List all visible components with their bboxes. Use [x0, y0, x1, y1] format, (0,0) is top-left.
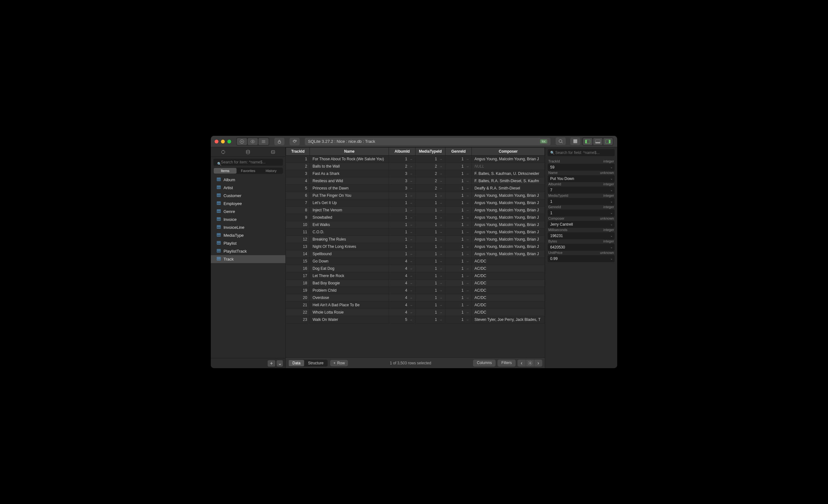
cell-mediatypeid[interactable]: 1 → [415, 236, 445, 243]
search-button[interactable] [555, 137, 566, 145]
cell-trackid[interactable]: 14 [286, 250, 310, 258]
cell-genreid[interactable]: 1 → [445, 185, 472, 192]
sidebar-item-playlist[interactable]: Playlist [211, 239, 285, 247]
cell-composer[interactable]: NULL [472, 163, 545, 170]
cell-albumid[interactable]: 4 → [389, 294, 416, 301]
sidebar-item-customer[interactable]: Customer [211, 192, 285, 200]
cell-composer[interactable]: AC/DC [472, 280, 545, 287]
cell-trackid[interactable]: 12 [286, 236, 310, 243]
cell-trackid[interactable]: 20 [286, 294, 310, 301]
cell-albumid[interactable]: 1 → [389, 236, 416, 243]
cell-mediatypeid[interactable]: 1 → [415, 280, 445, 287]
table-row[interactable]: 12Breaking The Rules1 →1 →1 →Angus Young… [286, 236, 545, 243]
cell-composer[interactable]: Steven Tyler, Joe Perry, Jack Blades, T [472, 316, 545, 324]
column-header-name[interactable]: Name [310, 148, 389, 156]
cell-mediatypeid[interactable]: 1 → [415, 258, 445, 265]
table-row[interactable]: 19Problem Child4 →1 →1 →AC/DC [286, 287, 545, 294]
table-row[interactable]: 13Night Of The Long Knives1 →1 →1 →Angus… [286, 243, 545, 250]
cell-mediatypeid[interactable]: 1 → [415, 221, 445, 228]
sidebar-item-invoice[interactable]: Invoice [211, 215, 285, 223]
cell-genreid[interactable]: 1 → [445, 294, 472, 301]
sidebar-item-genre[interactable]: Genre [211, 208, 285, 215]
cell-mediatypeid[interactable]: 2 → [415, 177, 445, 185]
cell-mediatypeid[interactable]: 1 → [415, 265, 445, 272]
cell-name[interactable]: Hell Ain't A Bad Place To Be [310, 301, 389, 309]
cell-mediatypeid[interactable]: 1 → [415, 192, 445, 199]
cell-mediatypeid[interactable]: 2 → [415, 170, 445, 177]
list-button[interactable] [258, 138, 268, 145]
cell-composer[interactable]: AC/DC [472, 265, 545, 272]
cell-name[interactable]: Bad Boy Boogie [310, 280, 389, 287]
field-value-input[interactable]: 1⌄ [548, 198, 615, 205]
table-row[interactable]: 17Let There Be Rock4 →1 →1 →AC/DC [286, 272, 545, 280]
sidebar-nav-sql[interactable]: SQL [267, 150, 279, 155]
cell-albumid[interactable]: 4 → [389, 272, 416, 280]
column-header-trackid[interactable]: TrackId [286, 148, 310, 156]
table-row[interactable]: 16Dog Eat Dog4 →1 →1 →AC/DC [286, 265, 545, 272]
cell-mediatypeid[interactable]: 1 → [415, 287, 445, 294]
table-row[interactable]: 2Balls to the Wall2 →2 →1 →NULL [286, 163, 545, 170]
cell-trackid[interactable]: 9 [286, 214, 310, 221]
cell-trackid[interactable]: 13 [286, 243, 310, 250]
cell-name[interactable]: Problem Child [310, 287, 389, 294]
table-row[interactable]: 22Whole Lotta Rosie4 →1 →1 →AC/DC [286, 309, 545, 316]
cell-genreid[interactable]: 1 → [445, 170, 472, 177]
table-row[interactable]: 7Let's Get It Up1 →1 →1 →Angus Young, Ma… [286, 199, 545, 207]
cell-trackid[interactable]: 19 [286, 287, 310, 294]
cell-name[interactable]: Dog Eat Dog [310, 265, 389, 272]
table-row[interactable]: 3Fast As a Shark3 →2 →1 →F. Baltes, S. K… [286, 170, 545, 177]
cell-genreid[interactable]: 1 → [445, 207, 472, 214]
cell-genreid[interactable]: 1 → [445, 214, 472, 221]
cell-mediatypeid[interactable]: 1 → [415, 228, 445, 236]
data-tab[interactable]: Data [289, 360, 304, 366]
cell-name[interactable]: C.O.D. [310, 228, 389, 236]
cell-name[interactable]: For Those About To Rock (We Salute You) [310, 156, 389, 163]
table-row[interactable]: 1For Those About To Rock (We Salute You)… [286, 156, 545, 163]
field-value-input[interactable]: 196231⌄ [548, 232, 615, 239]
table-row[interactable]: 15Go Down4 →1 →1 →AC/DC [286, 258, 545, 265]
table-row[interactable]: 11C.O.D.1 →1 →1 →Angus Young, Malcolm Yo… [286, 228, 545, 236]
cell-composer[interactable]: F. Baltes, S. Kaufman, U. Dirkscneider [472, 170, 545, 177]
cell-composer[interactable]: F. Baltes, R.A. Smith-Diesel, S. Kaufm [472, 177, 545, 185]
cell-genreid[interactable]: 1 → [445, 228, 472, 236]
cell-genreid[interactable]: 1 → [445, 250, 472, 258]
sidebar-tab-favorites[interactable]: Favorites [237, 168, 259, 174]
lock-button[interactable] [274, 138, 285, 145]
cell-genreid[interactable]: 1 → [445, 287, 472, 294]
sidebar-item-invoiceline[interactable]: InvoiceLine [211, 223, 285, 232]
sidebar-item-playlisttrack[interactable]: PlaylistTrack [211, 247, 285, 255]
cell-mediatypeid[interactable]: 1 → [415, 156, 445, 163]
cell-albumid[interactable]: 3 → [389, 170, 416, 177]
cell-genreid[interactable]: 1 → [445, 243, 472, 250]
sidebar-nav-database[interactable] [242, 150, 254, 155]
cell-trackid[interactable]: 4 [286, 177, 310, 185]
sidebar-item-employee[interactable]: Employee [211, 200, 285, 208]
cell-name[interactable]: Balls to the Wall [310, 163, 389, 170]
layout-left-button[interactable] [583, 138, 592, 145]
cell-trackid[interactable]: 17 [286, 272, 310, 280]
cell-albumid[interactable]: 5 → [389, 316, 416, 324]
sidebar-item-track[interactable]: Track [211, 255, 285, 263]
cell-genreid[interactable]: 1 → [445, 199, 472, 207]
cell-albumid[interactable]: 4 → [389, 309, 416, 316]
prev-page-button[interactable]: ‹ [518, 360, 526, 367]
cell-genreid[interactable]: 1 → [445, 221, 472, 228]
table-row[interactable]: 9Snowballed1 →1 →1 →Angus Young, Malcolm… [286, 214, 545, 221]
sidebar-item-artist[interactable]: Artist [211, 184, 285, 192]
table-row[interactable]: 10Evil Walks1 →1 →1 →Angus Young, Malcol… [286, 221, 545, 228]
add-row-button[interactable]: +Row [330, 360, 348, 366]
cell-genreid[interactable]: 1 → [445, 316, 472, 324]
column-header-composer[interactable]: Composer [472, 148, 545, 156]
cell-composer[interactable]: Deaffy & R.A. Smith-Diesel [472, 185, 545, 192]
cell-mediatypeid[interactable]: 1 → [415, 207, 445, 214]
cell-trackid[interactable]: 22 [286, 309, 310, 316]
table-row[interactable]: 20Overdose4 →1 →1 →AC/DC [286, 294, 545, 301]
cell-mediatypeid[interactable]: 1 → [415, 243, 445, 250]
cell-albumid[interactable]: 1 → [389, 228, 416, 236]
cell-composer[interactable]: Angus Young, Malcolm Young, Brian J [472, 243, 545, 250]
cell-albumid[interactable]: 4 → [389, 258, 416, 265]
cell-genreid[interactable]: 1 → [445, 156, 472, 163]
sidebar-item-album[interactable]: Album [211, 176, 285, 184]
field-value-input[interactable]: 1⌄ [548, 209, 615, 216]
cell-mediatypeid[interactable]: 1 → [415, 309, 445, 316]
